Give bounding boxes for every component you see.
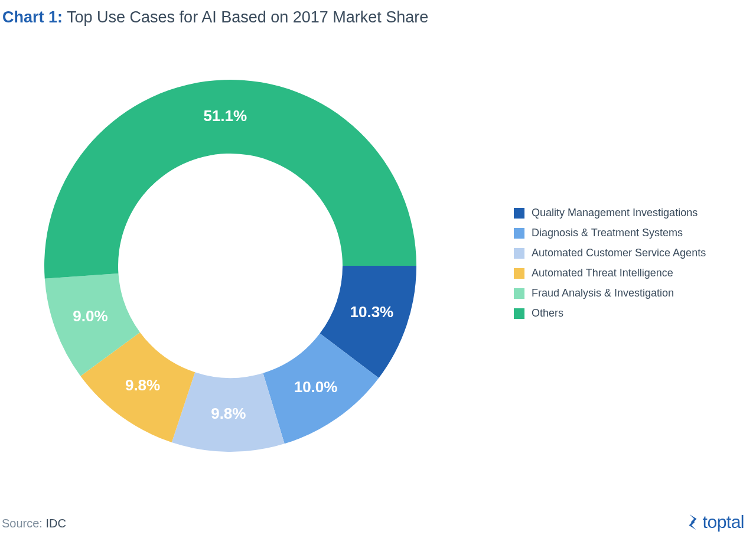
- donut-chart: 10.3%10.0%9.8%9.8%9.0%51.1%: [24, 59, 437, 472]
- legend-label: Diagnosis & Treatment Systems: [532, 227, 683, 239]
- legend-item: Automated Customer Service Agents: [514, 247, 706, 259]
- chart-title: Chart 1: Top Use Cases for AI Based on 2…: [2, 8, 428, 27]
- legend: Quality Management InvestigationsDiagnos…: [514, 207, 706, 327]
- legend-swatch: [514, 228, 524, 239]
- legend-swatch: [514, 248, 524, 259]
- legend-item: Others: [514, 307, 706, 320]
- legend-label: Others: [532, 307, 563, 320]
- legend-label: Automated Customer Service Agents: [532, 247, 706, 259]
- legend-swatch: [514, 268, 524, 279]
- legend-item: Diagnosis & Treatment Systems: [514, 227, 706, 239]
- source-value: IDC: [46, 517, 66, 530]
- legend-label: Fraud Analysis & Investigation: [532, 287, 674, 299]
- legend-swatch: [514, 288, 524, 299]
- toptal-icon: [685, 514, 700, 530]
- brand-logo: toptal: [685, 512, 744, 532]
- legend-item: Quality Management Investigations: [514, 207, 706, 219]
- slice-label: 9.8%: [125, 376, 160, 394]
- chart-container: Chart 1: Top Use Cases for AI Based on 2…: [0, 0, 756, 541]
- chart-title-text: Top Use Cases for AI Based on 2017 Marke…: [67, 8, 428, 26]
- slice-label: 51.1%: [203, 107, 247, 125]
- legend-swatch: [514, 208, 524, 219]
- source-label: Source:: [2, 517, 43, 530]
- donut-svg: 10.3%10.0%9.8%9.8%9.0%51.1%: [24, 59, 437, 472]
- source-line: Source: IDC: [2, 517, 66, 530]
- slice-label: 10.3%: [350, 303, 394, 321]
- chart-number-label: Chart 1:: [2, 8, 63, 26]
- legend-item: Fraud Analysis & Investigation: [514, 287, 706, 299]
- slice-label: 9.0%: [73, 307, 107, 325]
- legend-swatch: [514, 308, 524, 319]
- slice-label: 10.0%: [294, 378, 338, 396]
- legend-item: Automated Threat Intelligence: [514, 267, 706, 279]
- legend-label: Quality Management Investigations: [532, 207, 698, 219]
- legend-label: Automated Threat Intelligence: [532, 267, 673, 279]
- slice-label: 9.8%: [211, 405, 246, 422]
- brand-name: toptal: [703, 512, 744, 532]
